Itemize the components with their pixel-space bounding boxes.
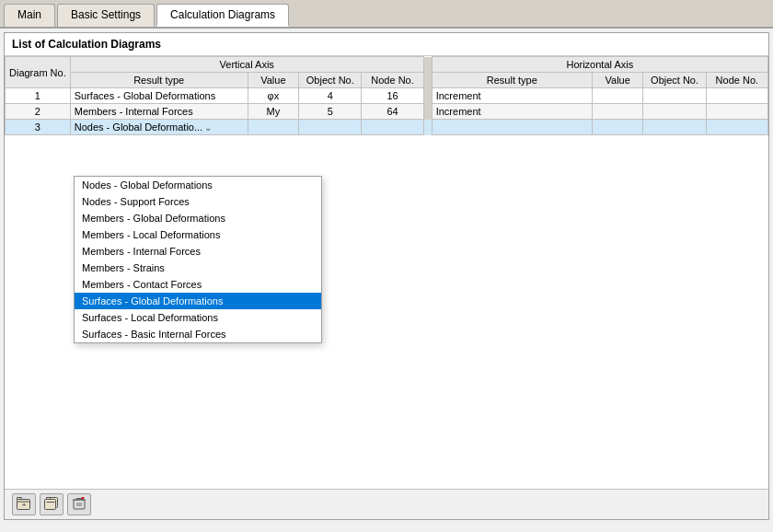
cell-h-object [643, 104, 706, 120]
dropdown-item-5[interactable]: Members - Strains [75, 260, 321, 276]
col-header-v-value: Value [248, 73, 299, 88]
tab-bar: Main Basic Settings Calculation Diagrams [0, 0, 773, 29]
dropdown-item-3[interactable]: Members - Local Deformations [75, 226, 321, 243]
col-header-vertical-axis: Vertical Axis [70, 57, 423, 73]
table-row: 2 Members - Internal Forces My 5 64 Incr… [6, 104, 768, 120]
cell-v-result-type: Members - Internal Forces [70, 104, 248, 120]
cell-diagram-no: 2 [6, 104, 71, 120]
cell-v-node-editing[interactable] [362, 120, 423, 135]
cell-v-value: My [248, 104, 299, 120]
cell-v-result-text: Nodes - Global Deformatio... [75, 121, 202, 133]
cell-h-object [643, 88, 706, 104]
svg-text:+: + [22, 501, 27, 509]
dropdown-item-1[interactable]: Nodes - Support Forces [75, 193, 321, 210]
cell-v-value: φx [248, 88, 299, 104]
cell-h-node [706, 88, 767, 104]
dropdown-scrollable[interactable]: Nodes - Global Deformations Nodes - Supp… [75, 177, 321, 342]
col-header-v-result: Result type [70, 73, 248, 88]
cell-v-node: 64 [362, 104, 423, 120]
dropdown-item-9[interactable]: Surfaces - Basic Internal Forces [75, 326, 321, 342]
col-header-h-value: Value [592, 73, 643, 88]
cell-h-object-editing[interactable] [643, 120, 706, 135]
cell-h-result-editing[interactable] [432, 120, 592, 135]
main-content: List of Calculation Diagrams Diagram No.… [4, 32, 769, 520]
tab-calc-diagrams[interactable]: Calculation Diagrams [156, 4, 289, 27]
duplicate-button[interactable] [40, 493, 63, 515]
add-icon: + [17, 497, 31, 513]
cell-h-result-type: Increment [432, 104, 592, 120]
table-container: Diagram No. Vertical Axis Horizontal Axi… [5, 56, 768, 489]
col-header-horizontal-axis: Horizontal Axis [432, 57, 767, 73]
cell-v-value-editing[interactable] [248, 120, 299, 135]
delete-button[interactable] [67, 493, 91, 515]
svg-rect-3 [45, 499, 56, 509]
cell-v-result-type: Surfaces - Global Deformations [70, 88, 248, 104]
col-header-h-result: Result type [432, 73, 592, 88]
cell-v-object: 5 [299, 104, 362, 120]
duplicate-icon [44, 497, 59, 513]
col-header-diagram-no: Diagram No. [6, 57, 71, 88]
tab-main[interactable]: Main [4, 4, 55, 27]
dropdown-item-8[interactable]: Surfaces - Local Deformations [75, 309, 321, 326]
chevron-down-icon: ⌄ [204, 122, 212, 133]
cell-v-object-editing[interactable] [299, 120, 362, 135]
cell-h-value [592, 104, 643, 120]
cell-v-result-type-editing[interactable]: Nodes - Global Deformatio... ⌄ [70, 120, 248, 135]
cell-h-node [706, 104, 767, 120]
dropdown-item-7[interactable]: Surfaces - Global Deformations [75, 293, 321, 309]
dropdown-item-0[interactable]: Nodes - Global Deformations [75, 177, 321, 193]
col-header-h-node: Node No. [706, 73, 767, 88]
dropdown-item-2[interactable]: Members - Global Deformations [75, 210, 321, 226]
tab-basic-settings[interactable]: Basic Settings [57, 4, 155, 27]
table-row: 1 Surfaces - Global Deformations φx 4 16… [6, 88, 768, 104]
col-header-h-object: Object No. [643, 73, 706, 88]
table-row-editing: 3 Nodes - Global Deformatio... ⌄ [6, 120, 768, 135]
bottom-toolbar: + [5, 489, 768, 519]
cell-diagram-no: 3 [6, 120, 71, 135]
dropdown-item-6[interactable]: Members - Contact Forces [75, 276, 321, 293]
dropdown-item-4[interactable]: Members - Internal Forces [75, 243, 321, 260]
delete-icon [73, 497, 86, 513]
cell-h-result-type: Increment [432, 88, 592, 104]
result-type-dropdown[interactable]: Nodes - Global Deformations Nodes - Supp… [74, 176, 322, 343]
col-header-v-object: Object No. [299, 73, 362, 88]
col-header-v-node: Node No. [362, 73, 423, 88]
cell-h-node-editing[interactable] [706, 120, 767, 135]
cell-v-node: 16 [362, 88, 423, 104]
cell-diagram-no: 1 [6, 88, 71, 104]
diagrams-table: Diagram No. Vertical Axis Horizontal Axi… [5, 56, 768, 135]
cell-v-object: 4 [299, 88, 362, 104]
section-title: List of Calculation Diagrams [5, 33, 768, 56]
cell-h-value-editing[interactable] [592, 120, 643, 135]
add-button[interactable]: + [12, 493, 36, 515]
cell-h-value [592, 88, 643, 104]
